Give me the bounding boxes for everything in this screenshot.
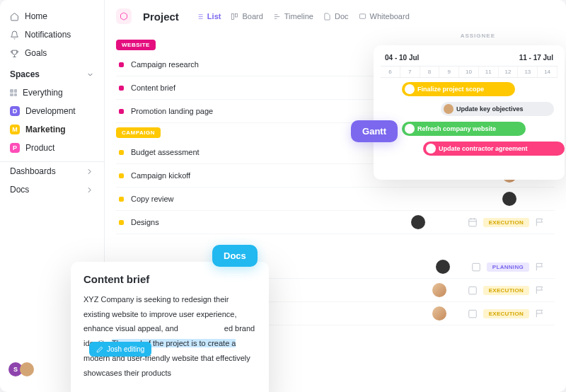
folder-m-icon: M xyxy=(10,125,20,134)
project-icon xyxy=(116,8,132,24)
space-marketing[interactable]: M Marketing xyxy=(0,120,104,139)
nav-docs[interactable]: Docs xyxy=(0,180,104,199)
trophy-icon xyxy=(10,49,19,58)
flag-icon xyxy=(535,309,545,318)
status-badge: EXECUTION xyxy=(483,309,529,318)
timeline-icon xyxy=(273,13,281,21)
nav-label: Notifications xyxy=(25,30,71,40)
flag-icon xyxy=(535,262,545,272)
svg-rect-4 xyxy=(473,263,480,271)
gantt-bar-contract[interactable]: Update contractor agreement xyxy=(423,142,565,156)
page-title: Project xyxy=(143,11,179,23)
svg-rect-1 xyxy=(236,13,238,17)
tab-list[interactable]: List xyxy=(196,12,221,21)
space-development[interactable]: D Development xyxy=(0,102,104,120)
status-dot xyxy=(119,173,124,178)
avatar xyxy=(444,104,454,114)
gantt-bar-refresh[interactable]: Refresh company website xyxy=(402,122,526,136)
task-row[interactable]: Designs EXECUTION xyxy=(116,211,555,234)
whiteboard-icon xyxy=(359,13,366,21)
nav-label: Home xyxy=(25,11,47,21)
week-range: 11 - 17 Jul xyxy=(519,54,553,62)
gantt-bar-scope[interactable]: Finalize project scope xyxy=(402,82,515,96)
group-label-website[interactable]: WEBSITE xyxy=(116,40,156,50)
gantt-callout-label: Gantt xyxy=(351,120,398,142)
status-dot xyxy=(119,197,124,202)
nav-dashboards[interactable]: Dashboards xyxy=(0,162,104,180)
svg-rect-0 xyxy=(232,13,234,19)
docs-body: XYZ Company is seeking to redesign their… xyxy=(83,292,256,381)
editing-indicator: Josh editing xyxy=(89,342,151,357)
pencil-icon xyxy=(96,346,103,353)
avatar[interactable] xyxy=(432,306,446,321)
svg-rect-3 xyxy=(468,219,476,226)
space-product[interactable]: P Product xyxy=(0,139,104,157)
calendar-icon xyxy=(468,285,478,295)
svg-rect-2 xyxy=(359,13,365,18)
avatar[interactable] xyxy=(432,283,446,297)
avatar[interactable] xyxy=(502,192,516,206)
nav-notifications[interactable]: Notifications xyxy=(0,25,104,44)
status-badge: EXECUTION xyxy=(483,218,529,227)
topbar: Project List Board Timeline Doc xyxy=(116,8,555,24)
grid-icon xyxy=(10,89,17,96)
avatar xyxy=(405,84,415,94)
task-row[interactable]: Copy review xyxy=(116,188,555,211)
svg-rect-6 xyxy=(468,310,476,318)
spaces-header[interactable]: Spaces xyxy=(0,62,104,83)
gantt-days: 67891011121314 xyxy=(381,66,558,78)
tab-whiteboard[interactable]: Whiteboard xyxy=(359,12,410,21)
calendar-icon xyxy=(468,217,478,227)
tab-timeline[interactable]: Timeline xyxy=(273,12,313,21)
tab-board[interactable]: Board xyxy=(231,12,262,21)
status-dot xyxy=(119,220,124,225)
status-badge: EXECUTION xyxy=(483,286,529,295)
docs-callout-label: Docs xyxy=(212,245,258,267)
gantt-panel: 04 - 10 Jul 11 - 17 Jul 67891011121314 F… xyxy=(374,45,565,180)
folder-p-icon: P xyxy=(10,143,20,153)
svg-rect-5 xyxy=(468,287,476,294)
home-icon xyxy=(10,12,19,21)
folder-d-icon: D xyxy=(10,106,20,116)
nav-home[interactable]: Home xyxy=(0,7,104,25)
status-dot xyxy=(119,109,124,114)
space-everything[interactable]: Everything xyxy=(0,83,104,102)
status-dot xyxy=(119,86,124,91)
flag-icon xyxy=(535,217,545,227)
list-icon xyxy=(196,13,204,21)
avatar xyxy=(405,124,415,134)
avatar xyxy=(426,144,436,154)
bell-icon xyxy=(10,30,19,40)
nav-goals[interactable]: Goals xyxy=(0,44,104,62)
view-tabs: List Board Timeline Doc Whiteboard xyxy=(196,12,410,21)
status-dot xyxy=(119,62,124,67)
doc-icon xyxy=(323,13,331,21)
chevron-right-icon xyxy=(85,167,94,176)
column-header-assignee: ASSIGNEE xyxy=(461,33,495,39)
chevron-down-icon xyxy=(86,71,94,79)
status-dot xyxy=(119,150,124,155)
docs-panel: Content brief XYZ Company is seeking to … xyxy=(71,262,269,392)
tab-doc[interactable]: Doc xyxy=(323,12,349,21)
week-range: 04 - 10 Jul xyxy=(385,54,419,62)
calendar-icon xyxy=(468,309,478,318)
avatar xyxy=(20,362,34,376)
calendar-icon xyxy=(471,262,481,272)
group-label-campaign[interactable]: CAMPAIGN xyxy=(116,127,161,138)
chevron-right-icon xyxy=(85,185,94,195)
docs-title: Content brief xyxy=(83,273,256,285)
flag-icon xyxy=(535,285,545,295)
avatar[interactable] xyxy=(436,260,450,274)
gantt-bar-objectives[interactable]: Update key objectives xyxy=(441,102,554,116)
status-badge: PLANNING xyxy=(487,263,529,272)
board-icon xyxy=(231,13,238,21)
nav-label: Goals xyxy=(25,48,47,58)
avatar[interactable] xyxy=(411,215,425,229)
